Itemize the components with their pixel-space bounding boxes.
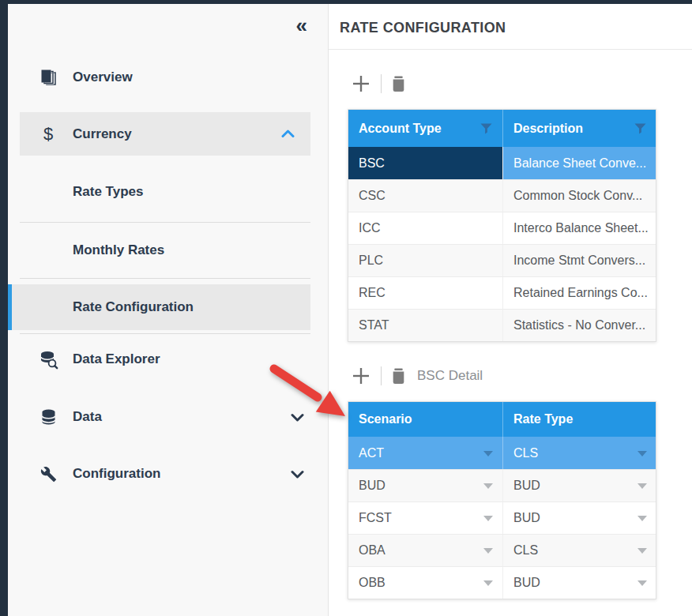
- table-row[interactable]: BUDBUD: [348, 469, 656, 501]
- dropdown-arrow-icon[interactable]: [483, 483, 493, 489]
- table-row[interactable]: PLCIncome Stmt Convers...: [348, 244, 656, 276]
- dropdown-arrow-icon[interactable]: [483, 548, 493, 554]
- sidebar-item-currency[interactable]: $ Currency: [20, 112, 310, 156]
- sidebar-collapse-icon[interactable]: «: [296, 15, 307, 36]
- column-label: Account Type: [359, 122, 442, 136]
- header-divider: [329, 49, 692, 50]
- cell-value: Retained Earnings Co...: [513, 286, 648, 300]
- account-type-cell[interactable]: BSC: [348, 147, 502, 179]
- account-table-body: BSCBalance Sheet Conve...CSCCommon Stock…: [348, 147, 656, 341]
- sidebar-item-overview[interactable]: Overview: [8, 57, 328, 98]
- scenario-cell[interactable]: FCST: [348, 502, 502, 534]
- filter-icon[interactable]: [634, 123, 646, 137]
- scenario-cell[interactable]: OBB: [348, 567, 502, 599]
- description-cell[interactable]: Balance Sheet Conve...: [502, 147, 656, 179]
- left-dark-rail: [0, 4, 8, 616]
- table-row[interactable]: OBACLS: [348, 534, 656, 566]
- add-row-button[interactable]: [351, 366, 371, 386]
- table-row[interactable]: FCSTBUD: [348, 501, 656, 534]
- chevron-up-icon[interactable]: [281, 130, 295, 138]
- chevron-down-icon[interactable]: [291, 470, 304, 479]
- scenario-cell[interactable]: BUD: [348, 470, 502, 501]
- account-table-toolbar: [351, 71, 406, 96]
- rate-type-cell[interactable]: BUD: [502, 567, 656, 599]
- sidebar-item-rate-types[interactable]: Rate Types: [8, 172, 328, 212]
- sidebar-item-data-explorer[interactable]: Data Explorer: [8, 341, 328, 377]
- sidebar-divider: [20, 278, 310, 279]
- cell-value: BUD: [359, 479, 385, 493]
- table-row[interactable]: RECRetained Earnings Co...: [348, 276, 656, 309]
- sidebar-item-configuration[interactable]: Configuration: [8, 456, 328, 492]
- sidebar-item-label: Currency: [73, 126, 132, 142]
- column-header-rate-type[interactable]: Rate Type: [502, 402, 656, 437]
- account-type-cell[interactable]: CSC: [348, 180, 502, 212]
- sidebar-divider: [20, 222, 310, 223]
- delete-row-button[interactable]: [391, 368, 406, 385]
- sidebar-item-label: Data Explorer: [73, 351, 160, 367]
- detail-table: Scenario Rate Type ACTCLSBUDBUDFCSTBUDOB…: [348, 401, 656, 599]
- rate-type-cell[interactable]: CLS: [502, 535, 656, 566]
- cell-value: Interco Balance Sheet...: [513, 221, 649, 235]
- scenario-cell[interactable]: OBA: [348, 535, 502, 566]
- rate-type-cell[interactable]: CLS: [502, 437, 656, 469]
- dropdown-arrow-icon[interactable]: [483, 451, 493, 456]
- description-cell[interactable]: Retained Earnings Co...: [502, 277, 656, 309]
- dropdown-arrow-icon[interactable]: [637, 516, 647, 521]
- cell-value: CLS: [513, 446, 538, 460]
- dropdown-arrow-icon[interactable]: [637, 580, 647, 586]
- column-label: Scenario: [359, 412, 412, 426]
- sidebar-item-label: Configuration: [73, 466, 160, 482]
- sidebar-item-label: Rate Configuration: [73, 299, 194, 315]
- pages-icon: [38, 69, 58, 86]
- delete-row-button[interactable]: [391, 76, 406, 92]
- table-row[interactable]: BSCBalance Sheet Conve...: [348, 147, 656, 179]
- sidebar-item-label: Monthly Rates: [73, 242, 164, 258]
- dropdown-arrow-icon[interactable]: [637, 483, 647, 489]
- add-row-button[interactable]: [351, 73, 371, 94]
- description-cell[interactable]: Common Stock Conv...: [502, 180, 656, 212]
- column-header-account-type[interactable]: Account Type: [348, 110, 502, 147]
- cell-value: Statistics - No Conver...: [513, 318, 645, 332]
- table-row[interactable]: ICCInterco Balance Sheet...: [348, 212, 656, 244]
- table-row[interactable]: ACTCLS: [348, 437, 656, 469]
- cell-value: PLC: [359, 254, 383, 268]
- page-title: RATE CONFIGURATION: [340, 20, 506, 36]
- sidebar-item-label: Data: [73, 409, 102, 425]
- account-type-cell[interactable]: REC: [348, 277, 502, 309]
- column-header-description[interactable]: Description: [502, 110, 656, 147]
- filter-icon[interactable]: [480, 123, 492, 137]
- top-border-bar: [0, 0, 692, 4]
- dropdown-arrow-icon[interactable]: [637, 548, 647, 554]
- sidebar-item-rate-configuration[interactable]: Rate Configuration: [8, 284, 310, 330]
- sidebar-item-monthly-rates[interactable]: Monthly Rates: [8, 231, 328, 270]
- table-row[interactable]: OBBBUD: [348, 566, 656, 599]
- wrench-icon: [38, 466, 58, 483]
- table-row[interactable]: CSCCommon Stock Conv...: [348, 179, 656, 212]
- account-type-cell[interactable]: PLC: [348, 245, 502, 276]
- detail-table-title: BSC Detail: [417, 368, 483, 384]
- sidebar-item-label: Overview: [73, 69, 133, 85]
- table-row[interactable]: STATStatistics - No Conver...: [348, 309, 656, 341]
- account-type-cell[interactable]: ICC: [348, 212, 502, 244]
- cell-value: ICC: [359, 221, 381, 235]
- cell-value: CLS: [513, 543, 538, 558]
- sidebar-divider: [20, 333, 310, 334]
- dropdown-arrow-icon[interactable]: [483, 516, 493, 521]
- sidebar-item-label: Rate Types: [73, 184, 143, 200]
- description-cell[interactable]: Income Stmt Convers...: [502, 245, 656, 276]
- cell-value: BUD: [513, 479, 540, 493]
- main-content: RATE CONFIGURATION Account Type: [329, 4, 692, 616]
- dropdown-arrow-icon[interactable]: [637, 451, 647, 456]
- cell-value: ACT: [359, 446, 384, 460]
- dropdown-arrow-icon[interactable]: [483, 580, 493, 586]
- sidebar-item-data[interactable]: Data: [8, 399, 328, 435]
- description-cell[interactable]: Statistics - No Conver...: [502, 310, 656, 341]
- chevron-down-icon[interactable]: [291, 413, 304, 422]
- scenario-cell[interactable]: ACT: [348, 437, 502, 469]
- account-type-cell[interactable]: STAT: [348, 310, 502, 341]
- rate-type-cell[interactable]: BUD: [502, 470, 656, 501]
- column-header-scenario[interactable]: Scenario: [348, 402, 502, 437]
- description-cell[interactable]: Interco Balance Sheet...: [502, 212, 656, 244]
- rate-type-cell[interactable]: BUD: [502, 502, 656, 534]
- account-table-header: Account Type Description: [348, 110, 656, 147]
